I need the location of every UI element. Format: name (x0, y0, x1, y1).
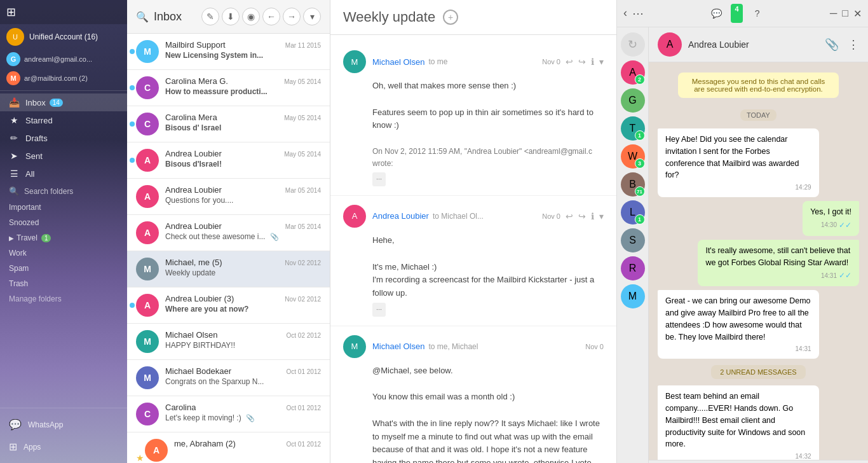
email-subject: Bisous d' Israel (165, 123, 321, 132)
maximize-icon[interactable]: □ (842, 8, 848, 20)
account-avatar: U (6, 28, 24, 46)
contact-item[interactable]: T 1 (621, 116, 645, 141)
search-button[interactable]: 🔍 (136, 11, 149, 23)
mailbird-avatar: M (6, 71, 20, 85)
chat-help-tab[interactable]: ? (748, 4, 767, 23)
sidebar-top-bar: ⊞ (0, 0, 127, 24)
apps-item[interactable]: ⊞ Apps (0, 436, 127, 458)
more-icon[interactable]: ▾ (599, 57, 604, 67)
reply-icon[interactable]: ↩ (566, 57, 573, 67)
contact-item[interactable]: L 1 (621, 200, 645, 225)
nav-item-all[interactable]: ☰ All (0, 165, 127, 183)
all-label: All (25, 169, 34, 179)
msg-actions: ↩ ↪ ℹ ▾ (566, 211, 604, 221)
folder-work[interactable]: Work (0, 245, 127, 261)
prev-button[interactable]: ← (262, 8, 280, 25)
contact-item[interactable]: W 3 (621, 144, 645, 169)
forward-icon[interactable]: ↪ (578, 211, 586, 221)
email-avatar: M (136, 258, 159, 280)
email-sender: Mailbird Support (165, 40, 226, 50)
email-account-mailbird[interactable]: M ar@mailbird.com (2) (0, 69, 127, 88)
email-item[interactable]: M Michael Bodekaer Oct 01 2012 Congrats … (127, 360, 330, 396)
filter-button[interactable]: ◉ (242, 8, 260, 25)
contact-avatar: R (621, 256, 645, 280)
contact-item[interactable]: G (621, 88, 645, 113)
grid-icon[interactable]: ⊞ (6, 5, 16, 19)
email-item[interactable]: M Michael Olsen Oct 02 2012 HAPPY BIRTHD… (127, 324, 330, 360)
download-button[interactable]: ⬇ (222, 8, 240, 25)
folder-important[interactable]: Important (0, 200, 127, 215)
email-item[interactable]: A Andrea Loubier Mar 05 2014 Check out t… (127, 215, 330, 251)
read-check-icon: ✓✓ (839, 270, 851, 281)
folder-trash[interactable]: Trash (0, 276, 127, 291)
email-sender: Michael Bodekaer (165, 366, 231, 376)
email-item[interactable]: C Carolina Mera May 05 2014 Bisous d' Is… (127, 106, 330, 142)
next-button[interactable]: → (283, 8, 301, 25)
unified-account[interactable]: U Unified Account (16) (0, 24, 127, 50)
attachment-icon[interactable]: 📎 (825, 38, 839, 52)
thread-add-button[interactable]: + (443, 10, 458, 25)
email-account-gmail[interactable]: G andreaml@gmail.co... (0, 50, 127, 69)
folder-spam[interactable]: Spam (0, 261, 127, 276)
nav-item-starred[interactable]: ★ Starred (0, 111, 127, 129)
email-content: Andrea Loubier May 05 2014 Bisous d'Isra… (165, 149, 321, 169)
email-content: Carolina Mera G. May 05 2014 How to meas… (165, 76, 321, 96)
search-folders[interactable]: 🔍 Search folders (0, 183, 127, 200)
account-name: Unified Account (16) (29, 32, 98, 41)
expand-button[interactable]: ··· (372, 172, 386, 186)
chat-more-icon[interactable]: ⋮ (848, 38, 859, 52)
email-item[interactable]: A Andrea Loubier Mar 05 2014 Questions f… (127, 179, 330, 215)
forward-icon[interactable]: ↪ (578, 57, 586, 67)
contact-item[interactable]: R (621, 256, 645, 280)
contact-item[interactable]: A 2 (621, 60, 645, 85)
drafts-label: Drafts (25, 134, 48, 143)
email-content: Andrea Loubier (3) Nov 02 2012 Where are… (165, 294, 321, 314)
chat-badge-4[interactable]: 4 (731, 4, 742, 23)
email-sender: Michael, me (5) (165, 258, 222, 267)
chat-menu-icon[interactable]: ⋯ (632, 6, 644, 20)
email-list-title: Inbox (154, 10, 201, 24)
folder-travel[interactable]: ▶ Travel 1 (0, 230, 127, 245)
more-icon[interactable]: ▾ (599, 211, 604, 221)
nav-item-sent[interactable]: ➤ Sent (0, 147, 127, 165)
close-icon[interactable]: ✕ (853, 8, 862, 20)
email-subject: Check out these awesome i... 📎 (165, 232, 321, 241)
email-subject: Let's keep it moving! :) 📎 (165, 413, 321, 422)
email-item[interactable]: ★ A me, Abraham (2) Oct 01 2012 (127, 432, 330, 463)
nav-item-drafts[interactable]: ✏ Drafts (0, 129, 127, 147)
email-item-selected[interactable]: M Michael, me (5) Nov 02 2012 Weekly upd… (127, 251, 330, 287)
contact-item[interactable]: B 71 (621, 172, 645, 197)
reply-icon[interactable]: ↩ (566, 211, 573, 221)
email-avatar: A (136, 294, 159, 317)
chat-back-icon[interactable]: ‹ (623, 6, 627, 20)
contact-item[interactable]: M (621, 284, 645, 308)
manage-folders[interactable]: Manage folders (0, 291, 127, 307)
email-list-header: 🔍 Inbox ✎ ⬇ ◉ ← → ▾ (127, 0, 330, 34)
chat-window-header: A Andrea Loubier 📎 ⋮ (649, 27, 868, 62)
folder-snoozed[interactable]: Snoozed (0, 215, 127, 230)
email-item[interactable]: C Carolina Oct 01 2012 Let's keep it mov… (127, 396, 330, 432)
chat-messages-tab[interactable]: 💬 (707, 4, 726, 23)
more-button[interactable]: ▾ (303, 8, 321, 25)
email-item[interactable]: A Andrea Loubier May 05 2014 Bisous d'Is… (127, 142, 330, 179)
email-item[interactable]: A Andrea Loubier (3) Nov 02 2012 Where a… (127, 287, 330, 324)
contact-item[interactable]: S (621, 228, 645, 252)
sender-avatar: A (343, 205, 366, 228)
nav-item-inbox[interactable]: 📥 Inbox 14 (0, 93, 127, 111)
email-item[interactable]: C Carolina Mera G. May 05 2014 How to me… (127, 70, 330, 106)
bubble-time: 14:32 (665, 452, 811, 460)
bubble-text: Yes, I got it! (810, 207, 851, 216)
whatsapp-item[interactable]: 💬 WhatsApp (0, 413, 127, 436)
apps-label: Apps (24, 443, 41, 452)
sidebar: ⊞ U Unified Account (16) G andreaml@gmai… (0, 0, 127, 463)
thread-msg-header: M Michael Olsen to me Nov 0 ↩ ↪ ℹ ▾ (343, 50, 604, 73)
email-avatar: A (145, 439, 168, 462)
email-sender: Andrea Loubier (165, 221, 222, 231)
expand-button[interactable]: ··· (372, 303, 386, 317)
compose-button[interactable]: ✎ (201, 8, 219, 25)
info-icon[interactable]: ℹ (591, 57, 594, 67)
msg-date: Nov 0 (542, 58, 560, 66)
info-icon[interactable]: ℹ (591, 211, 594, 221)
minimize-icon[interactable]: ─ (830, 8, 837, 20)
email-item[interactable]: M Mailbird Support Mar 11 2015 New Licen… (127, 34, 330, 70)
